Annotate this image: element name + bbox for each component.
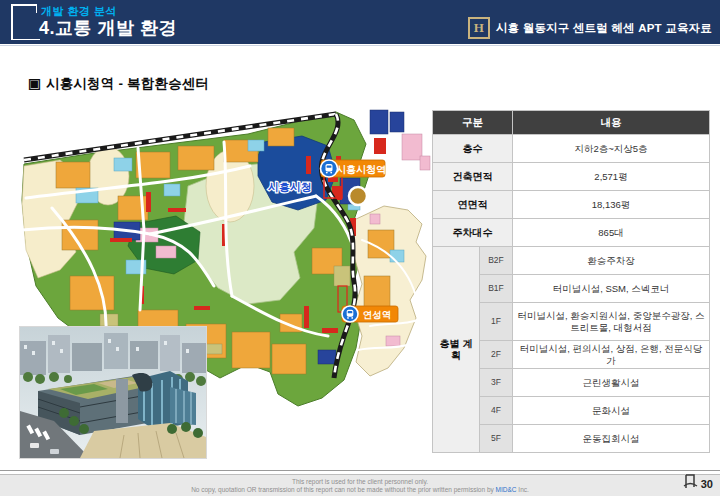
- floor-use: 환승주차장: [513, 247, 710, 275]
- city-hall-station-label: 시흥시청역: [336, 164, 386, 175]
- table-row-value: 865대: [513, 219, 710, 247]
- section-title: ▣시흥시청역 - 복합환승센터: [28, 75, 209, 93]
- floor-use: 터미널시설, 환승지원시설, 중앙분수광장, 스트리트몰, 대형서점: [513, 303, 710, 341]
- page-title: 4.교통 개발 환경: [39, 16, 177, 40]
- floor-label: B1F: [480, 275, 513, 303]
- title-bracket: [36, 4, 38, 13]
- table-row-value: 18,136평: [513, 191, 710, 219]
- floor-label: 1F: [480, 303, 513, 341]
- city-hall-label: 시흥시청: [268, 181, 312, 193]
- floor-plan-label: 층별 계획: [433, 247, 480, 453]
- title-bracket: [11, 4, 13, 40]
- floor-use: 운동집회시설: [513, 425, 710, 453]
- table-row-label: 건축면적: [433, 163, 513, 191]
- table-row-value: 지하2층~지상5층: [513, 135, 710, 163]
- building-rendering-photo: [20, 327, 206, 458]
- table-row-label: 연면적: [433, 191, 513, 219]
- table-row-label: 주차대수: [433, 219, 513, 247]
- yeonseong-station-label: 연성역: [363, 309, 392, 320]
- floor-label: 2F: [480, 341, 513, 369]
- floor-use: 터미널시설, 편의시설, 상점, 은행, 전문식당가: [513, 341, 710, 369]
- company-logo-icon: H: [468, 17, 490, 39]
- section-title-text: 시흥시청역 - 복합환승센터: [46, 76, 209, 91]
- slide: 개발 환경 분석 4.교통 개발 환경 H 시흥 월동지구 센트럴 헤센 APT…: [0, 0, 720, 496]
- table-row-value: 2,571평: [513, 163, 710, 191]
- floor-label: 5F: [480, 425, 513, 453]
- floor-label: 4F: [480, 397, 513, 425]
- footer-band: This report is used for the client perso…: [0, 475, 720, 496]
- brand-text: 시흥 월동지구 센트럴 헤센 APT 교육자료: [496, 21, 712, 36]
- floor-use: 문화시설: [513, 397, 710, 425]
- footer-brand: MID&C: [496, 486, 517, 493]
- map-roundabout: [349, 187, 367, 205]
- yeonseong-station-badge: 연성역: [342, 306, 398, 322]
- floor-label: 3F: [480, 369, 513, 397]
- table-header-gubun: 구분: [433, 111, 513, 135]
- page-number-icon: [683, 473, 698, 490]
- header-divider: [0, 45, 720, 46]
- info-table: 구분 내용 층수 지하2층~지상5층 건축면적 2,571평 연면적 18,13…: [432, 110, 710, 453]
- floor-label: B2F: [480, 247, 513, 275]
- title-bracket: [11, 39, 40, 41]
- page-number-block: 30: [683, 473, 713, 490]
- disclaimer-line1: This report is used for the client perso…: [0, 478, 720, 486]
- floor-use: 근린생활시설: [513, 369, 710, 397]
- city-hall-station-badge: 시흥시청역: [321, 160, 387, 177]
- disclaimer: This report is used for the client perso…: [0, 475, 720, 493]
- square-bullet-icon: ▣: [28, 76, 41, 91]
- disclaimer-line2: No copy, quotation OR transmission of th…: [0, 486, 720, 494]
- header-bar: 개발 환경 분석 4.교통 개발 환경 H 시흥 월동지구 센트럴 헤센 APT…: [0, 0, 720, 44]
- table-row-label: 층수: [433, 135, 513, 163]
- brand-block: H 시흥 월동지구 센트럴 헤센 APT 교육자료: [468, 17, 712, 39]
- title-bracket: [11, 4, 37, 6]
- page-number: 30: [701, 478, 713, 490]
- table-header-naeyong: 내용: [513, 111, 710, 135]
- floor-use: 터미널시설, SSM, 스넥코너: [513, 275, 710, 303]
